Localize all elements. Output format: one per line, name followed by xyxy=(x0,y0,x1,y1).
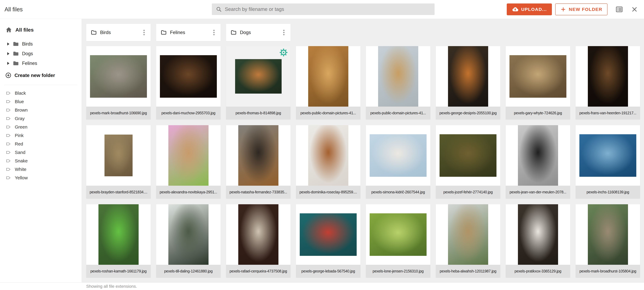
sidebar-folder-item[interactable]: Birds xyxy=(0,39,82,49)
thumbnail xyxy=(518,204,558,265)
caret-right-icon[interactable] xyxy=(7,62,10,65)
file-name: pexels-gary-whyte-724626.jpg xyxy=(506,107,570,119)
folder-icon xyxy=(13,60,19,67)
folder-card[interactable]: Dogs xyxy=(226,24,290,41)
sidebar-item-all-files[interactable]: All files xyxy=(0,27,82,33)
sidebar-folder-label: Felines xyxy=(22,61,37,66)
sidebar-folder-label: Birds xyxy=(22,41,33,47)
search-input[interactable] xyxy=(224,6,431,12)
file-name: pexels-dominika-roseclay-895259.... xyxy=(296,186,360,199)
file-card[interactable]: pexels-public-domain-pictures-41... xyxy=(296,46,360,119)
thumbnail-area xyxy=(156,125,220,186)
file-card[interactable]: pexels-lone-jensen-2156310.jpg xyxy=(366,204,430,277)
folder-outline-icon xyxy=(91,30,97,36)
caret-right-icon[interactable] xyxy=(7,52,10,55)
file-card[interactable]: pexels-frans-van-heerden-191217... xyxy=(576,46,640,119)
thumbnail-area xyxy=(226,125,290,186)
sidebar-tag-item[interactable]: Sand xyxy=(0,148,82,157)
sidebar-tag-item[interactable]: Yellow xyxy=(0,174,82,182)
create-new-folder-button[interactable]: Create new folder xyxy=(0,72,82,78)
sidebar-tag-item[interactable]: Green xyxy=(0,123,82,131)
thumbnail-area xyxy=(366,125,430,186)
sidebar-tag-item[interactable]: White xyxy=(0,165,82,174)
file-card[interactable]: pexels-inchs-11608139.jpg xyxy=(576,125,640,199)
file-name: pexels-roshan-kamath-1661179.jpg xyxy=(86,265,151,277)
header: All files UPLOAD... NEW FO xyxy=(0,0,644,19)
tag-icon xyxy=(6,90,11,96)
file-card[interactable]: pexels-mark-broadhurst-105804.jpg xyxy=(576,204,640,277)
folder-card[interactable]: Felines xyxy=(156,24,220,41)
file-card[interactable]: pexels-dominika-roseclay-895259.... xyxy=(296,125,360,199)
home-icon xyxy=(6,27,12,33)
file-name: pexels-inchs-11608139.jpg xyxy=(576,186,640,199)
thumbnail-area xyxy=(156,46,220,107)
tag-icon xyxy=(6,116,11,121)
sidebar-tag-item[interactable]: Black xyxy=(0,89,82,97)
sidebar-tag-item[interactable]: Brown xyxy=(0,106,82,114)
file-card[interactable]: pexels-alexandra-novitskaya-2951... xyxy=(156,125,220,199)
file-card[interactable]: pexels-pratikxox-3365129.jpg xyxy=(506,204,570,277)
folder-card-label: Birds xyxy=(100,30,111,35)
sidebar-folder-item[interactable]: Felines xyxy=(0,59,82,68)
tag-icon xyxy=(6,141,11,147)
file-name: pexels-heba-alwahsh-12011987.jpg xyxy=(436,265,500,277)
sidebar-tag-item[interactable]: Red xyxy=(0,140,82,148)
file-name: pexels-lone-jensen-2156310.jpg xyxy=(366,265,430,277)
folder-icon xyxy=(13,51,19,57)
sidebar-tag-item[interactable]: Blue xyxy=(0,97,82,106)
file-name: pexels-public-domain-pictures-41... xyxy=(296,107,360,119)
file-card[interactable]: pexels-jean-van-der-meulen-2078... xyxy=(506,125,570,199)
file-card[interactable]: pexels-heba-alwahsh-12011987.jpg xyxy=(436,204,500,277)
file-name: pexels-jean-van-der-meulen-2078... xyxy=(506,186,570,199)
file-card[interactable]: pexels-jozef-fehér-2774140.jpg xyxy=(436,125,500,199)
thumbnail xyxy=(518,125,558,186)
tag-icon xyxy=(6,175,11,181)
tag-label: Sand xyxy=(15,150,25,155)
sidebar-tag-item[interactable]: Snake xyxy=(0,157,82,165)
file-card[interactable]: pexels-natasha-fernandez-733835... xyxy=(226,125,290,199)
thumbnail-area xyxy=(576,204,640,265)
file-name: pexels-simona-kidrič-2607544.jpg xyxy=(366,186,430,199)
sidebar-tag-item[interactable]: Gray xyxy=(0,114,82,123)
upload-button[interactable]: UPLOAD... xyxy=(507,4,552,15)
close-icon xyxy=(631,6,638,13)
sidebar-folder-item[interactable]: Dogs xyxy=(0,49,82,59)
file-card[interactable]: pexels-till-daling-12461880.jpg xyxy=(156,204,220,277)
new-folder-button-label: NEW FOLDER xyxy=(569,7,602,12)
thumbnail xyxy=(440,134,496,177)
folder-card[interactable]: Birds xyxy=(86,24,151,41)
upload-button-label: UPLOAD... xyxy=(521,7,547,12)
thumbnail xyxy=(448,46,488,107)
file-card[interactable]: pexels-rafael-cerqueira-4737508.jpg xyxy=(226,204,290,277)
sidebar-tag-item[interactable]: Pink xyxy=(0,131,82,140)
thumbnail xyxy=(448,204,488,265)
new-folder-button[interactable]: NEW FOLDER xyxy=(555,4,608,15)
thumbnail xyxy=(104,134,132,176)
file-card[interactable]: pexels-mark-broadhurst-106690.jpg xyxy=(86,46,151,119)
thumbnail xyxy=(370,134,426,177)
list-view-toggle-button[interactable] xyxy=(615,6,623,13)
file-card[interactable]: pexels-george-desipris-2055100.jpg xyxy=(436,46,500,119)
header-actions: UPLOAD... NEW FOLDER xyxy=(507,4,638,15)
file-card[interactable]: pexels-dani-muchow-2955703.jpg xyxy=(156,46,220,119)
file-name: pexels-frans-van-heerden-191217... xyxy=(576,107,640,119)
file-name: pexels-george-lebada-567540.jpg xyxy=(296,265,360,277)
thumbnail-area xyxy=(86,204,151,265)
tag-label: Blue xyxy=(15,99,24,104)
file-card[interactable]: pexels-thomas-b-814898.jpg xyxy=(226,46,290,119)
kebab-menu-icon[interactable] xyxy=(211,29,217,36)
file-card[interactable]: pexels-brayden-stanford-8521834.... xyxy=(86,125,151,199)
file-card[interactable]: pexels-public-domain-pictures-41... xyxy=(366,46,430,119)
close-button[interactable] xyxy=(631,6,638,13)
caret-right-icon[interactable] xyxy=(7,43,10,46)
file-card[interactable]: pexels-simona-kidrič-2607544.jpg xyxy=(366,125,430,199)
file-card[interactable]: pexels-gary-whyte-724626.jpg xyxy=(506,46,570,119)
thumbnail-area xyxy=(226,204,290,265)
folder-icon xyxy=(13,41,19,47)
gear-button[interactable] xyxy=(280,49,288,56)
search-bar[interactable] xyxy=(212,4,434,15)
kebab-menu-icon[interactable] xyxy=(141,29,147,36)
file-card[interactable]: pexels-roshan-kamath-1661179.jpg xyxy=(86,204,151,277)
kebab-menu-icon[interactable] xyxy=(281,29,287,36)
file-card[interactable]: pexels-george-lebada-567540.jpg xyxy=(296,204,360,277)
